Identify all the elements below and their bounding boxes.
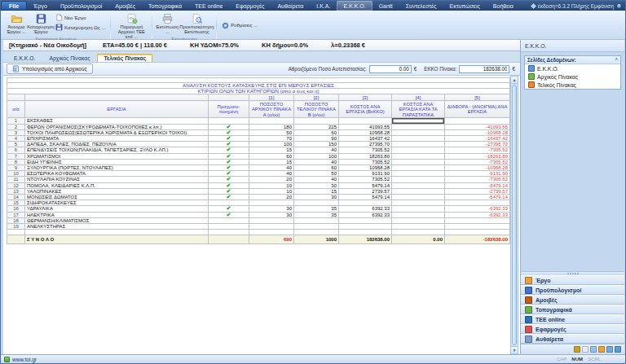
task-cell[interactable]: ΥΔΡΑΥΛΙΚΑ (25, 206, 209, 212)
pct-a-cell[interactable]: 20 (249, 195, 294, 200)
diff-cell[interactable]: -7305.52 (445, 147, 510, 153)
done-check-cell[interactable] (209, 200, 249, 206)
pct-b-cell[interactable]: 30 (294, 195, 339, 200)
pct-a-cell[interactable] (249, 224, 294, 230)
done-check-cell[interactable]: ✔ (209, 165, 249, 171)
pct-b-cell[interactable]: 40 (294, 159, 339, 164)
pct-a-cell[interactable]: 60 (249, 153, 294, 159)
pct-a-cell[interactable]: 20 (249, 177, 294, 182)
cost-cell[interactable]: 16437.42 (339, 136, 392, 142)
settings-button[interactable]: Ρυθμίσεις ... (219, 21, 260, 30)
file-menu-button[interactable]: File (1, 1, 27, 11)
cost-cell[interactable]: 7305.52 (339, 159, 392, 164)
task-cell[interactable]: ΠΟΜΟΛΑ, ΚΛΕΙΔΑΡΙΕΣ Κ.Λ.Π. (25, 182, 209, 188)
pct-b-cell[interactable] (294, 224, 339, 230)
done-check-cell[interactable]: ✔ (209, 171, 249, 177)
diff-cell[interactable]: -10958.28 (445, 165, 510, 171)
menu-item-gantt[interactable]: Gantt (373, 1, 399, 11)
open-project-button[interactable]: Άνοιγμα Έργου ... (4, 11, 29, 36)
tools-icon[interactable] (606, 346, 613, 353)
scroll-up-arrow[interactable]: ▲ (511, 77, 518, 84)
task-cell[interactable]: ΕΚΣΚΑΦΕΣ (25, 118, 209, 124)
task-cell[interactable]: ΗΛΕΚΤΡΙΚΑ (25, 212, 209, 217)
cost-docs-cell[interactable] (392, 159, 445, 164)
pct-a-cell[interactable] (249, 200, 294, 206)
done-check-cell[interactable]: ✔ (209, 159, 249, 164)
pct-b-cell[interactable]: 30 (294, 182, 339, 188)
cost-cell[interactable]: 27395.70 (339, 142, 392, 147)
data-page-item[interactable]: Τελικός Πίνακας (525, 81, 620, 89)
cost-cell[interactable] (339, 200, 392, 206)
data-page-item[interactable]: Ε.Κ.Κ.Ο. (525, 64, 620, 72)
nav-item-τοπογραφικά[interactable]: Τοπογραφικά (521, 305, 624, 314)
cost-docs-cell[interactable] (392, 182, 445, 188)
menu-item-εκτυπώσεις[interactable]: Εκτυπώσεις (443, 1, 487, 11)
task-cell[interactable]: ΕΣΩΤΕΡΙΚΑ ΚΟΥΦΩΜΑΤΑ (25, 171, 209, 177)
menu-item-προ-πολογισμοί[interactable]: Προϋπολογισμοί (54, 1, 108, 11)
task-cell[interactable]: ΘΕΡΜΑΝΣΗ/ΚΛΙΜΑΤΙΣΜΟΣ (25, 217, 209, 223)
data-page-item[interactable]: Αρχικός Πίνακας (525, 72, 620, 81)
cost-cell[interactable] (339, 224, 392, 230)
pct-a-cell[interactable]: 40 (249, 165, 294, 171)
diff-cell[interactable]: -10958.28 (445, 129, 510, 135)
help-icon[interactable]: ? (616, 3, 622, 9)
pct-b-cell[interactable]: 50 (294, 171, 339, 177)
task-cell[interactable]: ΤΟΙΧΟΙ ΠΛΗΡΩΣΕΩΣ(ΕΣΩΤΕΡΙΚΑ ΧΩΡΙΣΜΑΤΑ & Ε… (25, 129, 209, 135)
pct-a-cell[interactable]: 30 (249, 206, 294, 212)
cost-docs-cell[interactable] (392, 129, 445, 135)
cost-cell[interactable]: 2739.57 (339, 188, 392, 194)
calc-from-initial-button[interactable]: Υπολογισμός από Αρχικούς (7, 64, 93, 74)
done-check-cell[interactable]: ✔ (209, 188, 249, 194)
done-check-cell[interactable]: ✔ (209, 177, 249, 182)
cost-docs-cell[interactable] (392, 142, 445, 147)
done-check-cell[interactable]: ✔ (209, 136, 249, 142)
diff-cell[interactable]: -41093.55 (445, 124, 510, 129)
cost-docs-cell[interactable] (392, 200, 445, 206)
vertical-scrollbar[interactable]: ▲ ▼ (510, 76, 518, 354)
done-check-cell[interactable]: ✔ (209, 195, 249, 200)
pct-a-cell[interactable]: 30 (249, 212, 294, 217)
task-cell[interactable]: ΕΠΕΝΔΥΣΕΙΣ ΤΟΙΧΩΝ(ΠΛΑΚΙΔΙΑ, ΤΑΠΕΤΣΑΡΙΕΣ,… (25, 147, 209, 153)
cost-cell[interactable]: 10958.28 (339, 129, 392, 135)
pct-b-cell[interactable]: 35 (294, 212, 339, 217)
cost-docs-cell[interactable] (392, 165, 445, 171)
pct-a-cell[interactable]: 40 (249, 171, 294, 177)
mail-icon[interactable] (574, 346, 580, 353)
nav-item-έργο[interactable]: Έργο (521, 275, 624, 285)
pct-b-cell[interactable] (294, 200, 339, 206)
cost-docs-cell[interactable] (392, 124, 445, 129)
task-cell[interactable]: ΔΑΠΕΔΑ, ΣΚΑΛΕΣ, ΠΟΔΙΕΣ, ΠΕΖΟΥΛΙΑ (25, 142, 209, 147)
diff-cell[interactable]: -16437.42 (445, 136, 510, 142)
pct-a-cell[interactable]: 10 (249, 188, 294, 194)
task-cell[interactable]: ΝΤΟΥΛΑΠΙΑ ΚΟΥΖΙΝΑΣ (25, 177, 209, 182)
cost-cell[interactable]: 5479.14 (339, 195, 392, 200)
data-pages-header[interactable]: Σελίδες Δεδομένων: ˄ (525, 56, 620, 64)
pct-b-cell[interactable] (294, 217, 339, 223)
task-cell[interactable]: ΑΝΕΛΚΥΣΤΗΡΑΣ (25, 224, 209, 230)
pct-b-cell[interactable]: 40 (294, 147, 339, 153)
diff-cell[interactable]: -7305.52 (445, 159, 510, 164)
pct-b-cell[interactable]: 15 (294, 188, 339, 194)
nav-item-προ-πολογισμοί[interactable]: Προϋπολογισμοί (521, 285, 624, 295)
diff-cell[interactable] (445, 118, 510, 124)
menu-item-έργο[interactable]: Έργο (27, 1, 54, 11)
pct-a-cell[interactable]: 180 (249, 124, 294, 129)
menu-item-ε-κ-κ-ο-[interactable]: Ε.Κ.Κ.Ο. (337, 1, 372, 11)
save-as-button[interactable]: Καταχώρηση Ως ... (53, 23, 108, 32)
diff-cell[interactable]: -18263.80 (445, 153, 510, 159)
pct-b-cell[interactable]: 225 (294, 124, 339, 129)
pct-b-cell[interactable]: 60 (294, 129, 339, 135)
cost-cell[interactable]: 9131.90 (339, 171, 392, 177)
folder-icon[interactable] (598, 346, 605, 353)
tab-αρχικός-πίνακας[interactable]: Αρχικός Πίνακας (42, 54, 96, 62)
pct-b-cell[interactable]: 35 (294, 206, 339, 212)
pct-a-cell[interactable]: 15 (249, 147, 294, 153)
nav-item-τεε-online[interactable]: ΤΕΕ online (521, 314, 624, 324)
diff-cell[interactable]: -5479.14 (445, 182, 510, 188)
menu-item-αμοιβές[interactable]: Αμοιβές (108, 1, 142, 11)
panel-icon[interactable] (582, 346, 589, 353)
task-cell[interactable]: ΦΕΡΩΝ ΟΡΓΑΝΙΣΜΟΣ(ΣΚΥΡΟΔΕΜΑΤΑ-ΤΟΙΧΟΠΟΙΙΕΣ… (25, 124, 209, 129)
menu-item-τοπογραφικά[interactable]: Τοπογραφικά (142, 1, 188, 11)
globe-icon[interactable] (615, 346, 621, 353)
ekko-table-input[interactable] (459, 65, 509, 73)
